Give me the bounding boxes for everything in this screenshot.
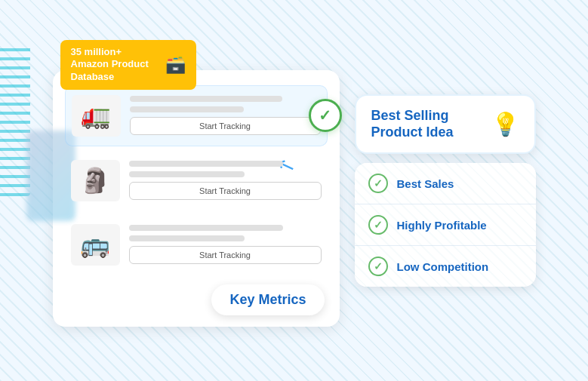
product-text-line [130,96,282,102]
key-metrics-button[interactable]: Key Metrics [211,284,324,315]
right-panel: Best Selling Product Idea 💡 ✓ Best Sales… [355,94,536,287]
product-image-3: 🚌 [71,224,120,266]
product-text-line [130,106,245,112]
product-card: 🚛 Start Tracking ✓ ↖ 🗿 Start Tracking [53,70,340,327]
product-image-2: 🗿 [71,160,120,201]
best-selling-title: Best Selling Product Idea [371,108,484,140]
main-container: 35 million+ Amazon Product Database 🗃️ 🚛… [0,0,588,381]
metric-check-icon: ✓ [368,215,388,235]
start-tracking-button-3[interactable]: Start Tracking [129,246,322,264]
metric-check-icon: ✓ [368,174,388,193]
left-panel: 35 million+ Amazon Product Database 🗃️ 🚛… [53,48,340,334]
product-text-line [129,235,245,241]
product-info-3: Start Tracking [129,225,322,264]
badge-text: 35 million+ Amazon Product Database [71,46,159,84]
metric-check-icon: ✓ [368,257,388,276]
product-text-line [129,161,283,167]
metrics-list: ✓ Best Sales ✓ Highly Profitable ✓ Low C… [355,163,536,287]
lightbulb-icon: 💡 [491,111,519,137]
metric-label-best-sales: Best Sales [397,177,454,190]
badge-icon: 🗃️ [165,54,186,76]
product-row: 🚛 Start Tracking ✓ [65,85,328,146]
metric-item-low-competition: ✓ Low Competition [355,246,536,287]
green-check-icon: ✓ [309,99,342,132]
start-tracking-button-2[interactable]: Start Tracking [129,182,322,200]
product-info-2: Start Tracking [129,161,322,200]
metric-item-highly-profitable: ✓ Highly Profitable [355,204,536,246]
product-row: 🚌 Start Tracking [65,215,328,275]
product-row: 🗿 Start Tracking [65,151,328,210]
product-info-1: Start Tracking [130,96,321,135]
metric-label-highly-profitable: Highly Profitable [397,219,487,232]
amazon-database-badge: 35 million+ Amazon Product Database 🗃️ [60,40,196,91]
start-tracking-button-1[interactable]: Start Tracking [130,117,321,135]
metric-label-low-competition: Low Competition [397,260,489,273]
product-image-1: 🚛 [72,95,121,137]
metric-item-best-sales: ✓ Best Sales [355,163,536,204]
product-text-line [129,225,283,231]
best-selling-card: Best Selling Product Idea 💡 [355,94,536,154]
product-text-line [129,171,245,177]
